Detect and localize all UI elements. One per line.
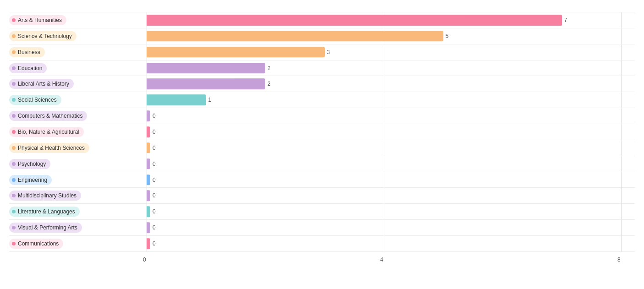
bar-row: Multidisciplinary Studies0 bbox=[9, 188, 635, 204]
label-dot bbox=[12, 178, 16, 182]
bar-value: 5 bbox=[446, 33, 449, 39]
bar-label: Engineering bbox=[18, 177, 47, 183]
label-pill: Bio, Nature & Agricultural bbox=[9, 127, 84, 137]
bar-value: 0 bbox=[153, 192, 156, 199]
bar-value: 0 bbox=[153, 240, 156, 247]
bar-fill bbox=[147, 206, 150, 217]
label-dot bbox=[12, 34, 16, 38]
label-pill: Education bbox=[9, 63, 47, 73]
bar-row: Visual & Performing Arts0 bbox=[9, 220, 635, 236]
bar-fill bbox=[147, 238, 150, 249]
label-pill: Multidisciplinary Studies bbox=[9, 191, 81, 201]
bar-fill bbox=[147, 222, 150, 233]
bar-row: Communications0 bbox=[9, 236, 635, 252]
bar-value: 0 bbox=[153, 161, 156, 167]
label-pill: Engineering bbox=[9, 175, 52, 185]
bar-label: Visual & Performing Arts bbox=[18, 224, 77, 231]
bar-label: Communications bbox=[18, 240, 59, 247]
bar-fill bbox=[147, 110, 150, 121]
bar-fill bbox=[147, 126, 150, 137]
x-axis: 048 bbox=[9, 252, 635, 263]
bar-fill bbox=[147, 47, 325, 58]
x-tick: 8 bbox=[617, 256, 621, 263]
bar-row: Social Sciences1 bbox=[9, 92, 635, 108]
bar-fill bbox=[147, 158, 150, 169]
bar-value: 0 bbox=[153, 129, 156, 135]
label-dot bbox=[12, 130, 16, 134]
label-dot bbox=[12, 210, 16, 213]
label-pill: Physical & Health Sciences bbox=[9, 143, 89, 153]
bar-row: Literature & Languages0 bbox=[9, 204, 635, 220]
bar-value: 2 bbox=[267, 81, 271, 87]
bar-value: 0 bbox=[153, 208, 156, 215]
label-dot bbox=[12, 146, 16, 150]
bar-label: Computers & Mathematics bbox=[18, 113, 82, 119]
bars-area: Arts & Humanities7Science & Technology5B… bbox=[9, 12, 635, 252]
bar-label: Multidisciplinary Studies bbox=[18, 192, 76, 199]
label-pill: Arts & Humanities bbox=[9, 15, 66, 25]
bar-row: Education2 bbox=[9, 60, 635, 76]
bar-label: Social Sciences bbox=[18, 97, 57, 103]
bar-fill bbox=[147, 31, 443, 42]
bar-value: 0 bbox=[153, 145, 156, 151]
label-dot bbox=[12, 50, 16, 54]
label-pill: Social Sciences bbox=[9, 95, 61, 105]
bar-value: 2 bbox=[267, 65, 271, 71]
bar-row: Bio, Nature & Agricultural0 bbox=[9, 124, 635, 140]
bar-label: Liberal Arts & History bbox=[18, 81, 69, 87]
label-pill: Psychology bbox=[9, 159, 50, 169]
x-tick: 0 bbox=[143, 256, 146, 263]
bar-fill bbox=[147, 142, 150, 153]
label-dot bbox=[12, 82, 16, 86]
bar-label: Education bbox=[18, 65, 42, 71]
label-dot bbox=[12, 18, 16, 22]
label-pill: Liberal Arts & History bbox=[9, 79, 74, 89]
bar-fill bbox=[147, 15, 562, 26]
chart-container: Arts & Humanities7Science & Technology5B… bbox=[0, 0, 644, 289]
chart-area: Arts & Humanities7Science & Technology5B… bbox=[9, 12, 635, 263]
bar-label: Business bbox=[18, 49, 40, 55]
bar-row: Liberal Arts & History2 bbox=[9, 76, 635, 92]
label-pill: Science & Technology bbox=[9, 31, 76, 41]
bar-label: Bio, Nature & Agricultural bbox=[18, 129, 79, 135]
bar-value: 3 bbox=[327, 49, 330, 55]
bar-value: 0 bbox=[153, 177, 156, 183]
bar-label: Physical & Health Sciences bbox=[18, 145, 85, 151]
bar-label: Literature & Languages bbox=[18, 208, 75, 215]
bar-value: 0 bbox=[153, 113, 156, 119]
bar-fill bbox=[147, 94, 206, 105]
bar-row: Computers & Mathematics0 bbox=[9, 108, 635, 124]
label-pill: Computers & Mathematics bbox=[9, 111, 87, 121]
bar-row: Arts & Humanities7 bbox=[9, 12, 635, 28]
label-dot bbox=[12, 194, 16, 197]
bar-value: 0 bbox=[153, 224, 156, 231]
bar-value: 7 bbox=[564, 17, 568, 23]
label-dot bbox=[12, 226, 16, 229]
bar-fill bbox=[147, 79, 265, 90]
label-dot bbox=[12, 242, 16, 245]
label-pill: Visual & Performing Arts bbox=[9, 223, 82, 233]
bar-row: Business3 bbox=[9, 44, 635, 60]
bar-label: Arts & Humanities bbox=[18, 17, 62, 23]
bar-fill bbox=[147, 174, 150, 185]
label-pill: Business bbox=[9, 47, 45, 57]
bar-row: Science & Technology5 bbox=[9, 28, 635, 44]
label-dot bbox=[12, 114, 16, 118]
label-pill: Communications bbox=[9, 239, 63, 249]
label-dot bbox=[12, 66, 16, 70]
x-tick: 4 bbox=[380, 256, 383, 263]
label-pill: Literature & Languages bbox=[9, 207, 80, 217]
bar-fill bbox=[147, 63, 265, 74]
bar-value: 1 bbox=[208, 97, 212, 103]
label-dot bbox=[12, 98, 16, 102]
label-dot bbox=[12, 162, 16, 166]
bar-row: Physical & Health Sciences0 bbox=[9, 140, 635, 156]
bar-row: Psychology0 bbox=[9, 156, 635, 172]
bar-label: Psychology bbox=[18, 161, 46, 167]
bar-fill bbox=[147, 191, 150, 202]
bar-row: Engineering0 bbox=[9, 172, 635, 188]
bar-label: Science & Technology bbox=[18, 33, 72, 39]
